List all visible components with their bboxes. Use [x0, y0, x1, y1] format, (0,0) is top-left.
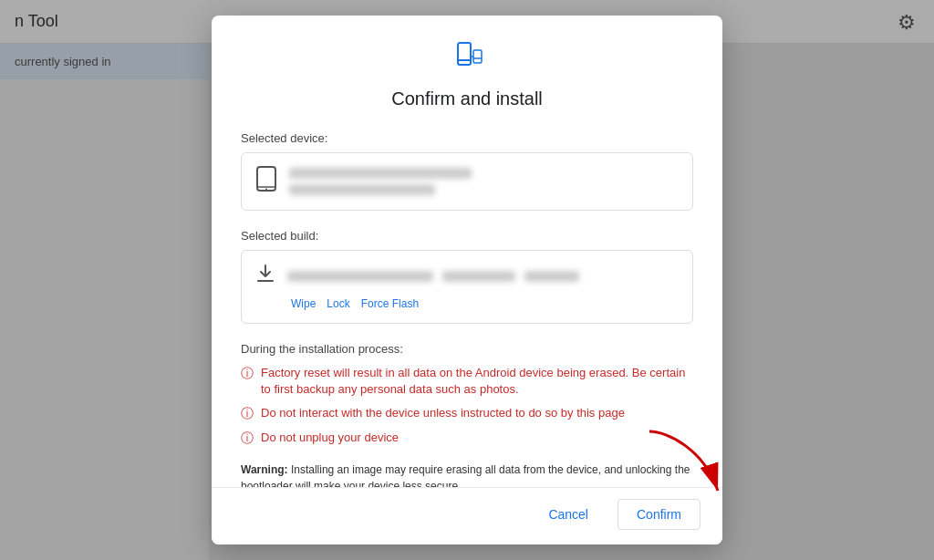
- installation-section: During the installation process: ⓘ Facto…: [241, 342, 693, 447]
- svg-rect-2: [473, 50, 482, 63]
- warning-item-2: ⓘ Do not interact with the device unless…: [241, 405, 693, 422]
- svg-rect-0: [458, 43, 471, 65]
- confirm-install-dialog: Confirm and install Selected device:: [212, 16, 722, 544]
- device-id-blurred: [289, 184, 435, 195]
- build-card-top: [256, 264, 678, 288]
- installation-title: During the installation process:: [241, 342, 693, 356]
- confirm-button[interactable]: Confirm: [617, 499, 700, 530]
- warning-icon-1: ⓘ: [241, 366, 254, 382]
- svg-point-7: [265, 189, 267, 191]
- build-card: Wipe Lock Force Flash: [241, 250, 693, 324]
- build-version-blurred: [442, 271, 515, 282]
- warning-text-2: Do not interact with the device unless i…: [261, 405, 625, 421]
- device-name-blurred: [289, 168, 472, 179]
- warning-text-3: Do not unplug your device: [261, 430, 399, 446]
- device-flash-icon: [241, 41, 693, 81]
- warning-text-1: Factory reset will result in all data on…: [261, 365, 693, 398]
- dialog-content: Confirm and install Selected device:: [212, 16, 722, 487]
- selected-build-label: Selected build:: [241, 229, 693, 243]
- dialog-footer: Cancel Confirm: [212, 487, 722, 544]
- wipe-tag[interactable]: Wipe: [291, 297, 316, 310]
- dialog-title: Confirm and install: [241, 88, 693, 109]
- warning-icon-2: ⓘ: [241, 406, 254, 422]
- force-flash-tag[interactable]: Force Flash: [361, 297, 419, 310]
- selected-device-label: Selected device:: [241, 131, 693, 145]
- dialog-overlay: Confirm and install Selected device:: [0, 0, 934, 560]
- build-name-blurred: [287, 271, 433, 282]
- build-info-blurred: [287, 271, 579, 282]
- cancel-button[interactable]: Cancel: [530, 499, 607, 530]
- warning-icon-3: ⓘ: [241, 430, 254, 447]
- device-info: [289, 168, 678, 195]
- dialog-header: Confirm and install: [241, 41, 693, 109]
- build-tags: Wipe Lock Force Flash: [291, 297, 678, 310]
- warning-item-3: ⓘ Do not unplug your device: [241, 430, 693, 447]
- build-extra-blurred: [524, 271, 579, 282]
- download-icon: [256, 264, 275, 288]
- lock-tag[interactable]: Lock: [327, 297, 349, 310]
- warning-item-1: ⓘ Factory reset will result in all data …: [241, 365, 693, 398]
- phone-icon: [256, 166, 276, 197]
- device-card: [241, 152, 693, 211]
- warning-note: Warning: Installing an image may require…: [241, 461, 693, 487]
